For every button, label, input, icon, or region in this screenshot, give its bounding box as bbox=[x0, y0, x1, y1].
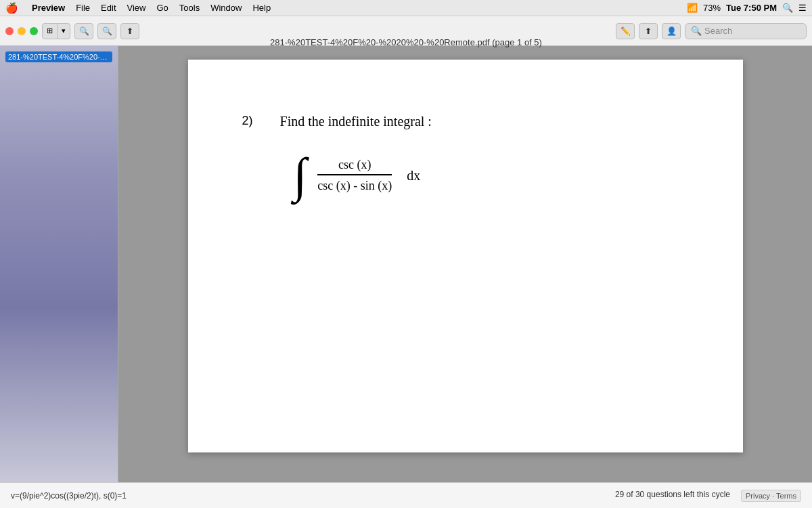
window-title: 281-%20TEST-4%20F%20-%2020%20-%20Remote.… bbox=[270, 37, 542, 47]
menubar: 🍎 Preview File Edit View Go Tools Window… bbox=[0, 0, 812, 16]
problem-number: 2) bbox=[242, 114, 253, 128]
view-grid-icon[interactable]: ⊞ bbox=[43, 24, 58, 39]
sidebar-thumbnail[interactable]: 281-%20TEST-4%20F%20-%202... bbox=[5, 51, 112, 62]
problem-row: 2) Find the indefinite integral : ∫ csc … bbox=[242, 114, 689, 200]
status-left: v=(9/pie^2)cos((3pie/2)t), s(0)=1 bbox=[11, 491, 127, 501]
markup-button[interactable]: 👤 bbox=[662, 23, 681, 39]
numerator: csc (x) bbox=[317, 158, 392, 175]
menu-tools[interactable]: Tools bbox=[179, 3, 200, 13]
menu-help[interactable]: Help bbox=[252, 3, 271, 13]
minimize-button[interactable] bbox=[18, 27, 26, 35]
share-sheet-button[interactable]: ⬆ bbox=[639, 23, 658, 39]
close-button[interactable] bbox=[5, 27, 14, 35]
pdf-area: 2) Find the indefinite integral : ∫ csc … bbox=[118, 46, 812, 482]
search-icon: 🔍 bbox=[691, 26, 702, 36]
dx-label: dx bbox=[407, 168, 420, 184]
questions-status: 29 of 30 questions left this cycle bbox=[615, 490, 730, 502]
menubar-right: 📶 73% Tue 7:50 PM 🔍 ☰ bbox=[687, 3, 807, 13]
zoom-out-button[interactable]: 🔍 bbox=[74, 23, 93, 39]
control-center-icon[interactable]: ☰ bbox=[798, 3, 807, 13]
search-box[interactable]: 🔍 Search bbox=[685, 23, 807, 39]
main-layout: 281-%20TEST-4%20F%20-%202... 2) Find the… bbox=[0, 46, 812, 482]
statusbar: v=(9/pie^2)cos((3pie/2)t), s(0)=1 29 of … bbox=[0, 482, 812, 508]
apple-menu[interactable]: 🍎 bbox=[5, 2, 18, 14]
menu-edit[interactable]: Edit bbox=[101, 3, 116, 13]
menu-go[interactable]: Go bbox=[156, 3, 168, 13]
view-chevron-icon[interactable]: ▾ bbox=[58, 24, 70, 39]
menu-preview[interactable]: Preview bbox=[32, 3, 65, 13]
share-button[interactable]: ⬆ bbox=[120, 23, 139, 39]
pen-tool-button[interactable]: ✏️ bbox=[616, 23, 635, 39]
toolbar: ⊞ ▾ 🔍 🔍 ⬆ 281-%20TEST-4%20F%20-%2020%20-… bbox=[0, 16, 812, 46]
question-text: Find the indefinite integral : bbox=[280, 114, 432, 129]
denominator: csc (x) - sin (x) bbox=[317, 177, 392, 193]
search-label[interactable]: Search bbox=[704, 26, 732, 36]
menu-window[interactable]: Window bbox=[210, 3, 242, 13]
menu-view[interactable]: View bbox=[127, 3, 146, 13]
statusbar-right: 29 of 30 questions left this cycle Priva… bbox=[615, 490, 801, 502]
battery-icon: 73% bbox=[703, 3, 721, 13]
maximize-button[interactable] bbox=[30, 27, 38, 35]
fraction: csc (x) csc (x) - sin (x) bbox=[317, 158, 392, 193]
zoom-in-button[interactable]: 🔍 bbox=[97, 23, 116, 39]
clock: Tue 7:50 PM bbox=[726, 3, 777, 13]
wifi-icon: 📶 bbox=[687, 3, 698, 13]
traffic-lights[interactable] bbox=[5, 27, 38, 35]
search-icon[interactable]: 🔍 bbox=[782, 3, 793, 13]
pdf-page: 2) Find the indefinite integral : ∫ csc … bbox=[188, 60, 743, 452]
view-mode-selector[interactable]: ⊞ ▾ bbox=[42, 23, 70, 39]
sidebar: 281-%20TEST-4%20F%20-%202... bbox=[0, 46, 118, 482]
toolbar-left: ⊞ ▾ 🔍 🔍 ⬆ bbox=[5, 23, 139, 39]
integral-sign: ∫ bbox=[294, 151, 307, 200]
math-container: ∫ csc (x) csc (x) - sin (x) dx bbox=[294, 151, 432, 200]
menu-file[interactable]: File bbox=[76, 3, 90, 13]
problem-content: Find the indefinite integral : ∫ csc (x)… bbox=[280, 114, 432, 200]
privacy-terms[interactable]: Privacy · Terms bbox=[741, 490, 801, 502]
toolbar-right: ✏️ ⬆ 👤 🔍 Search bbox=[616, 23, 807, 39]
